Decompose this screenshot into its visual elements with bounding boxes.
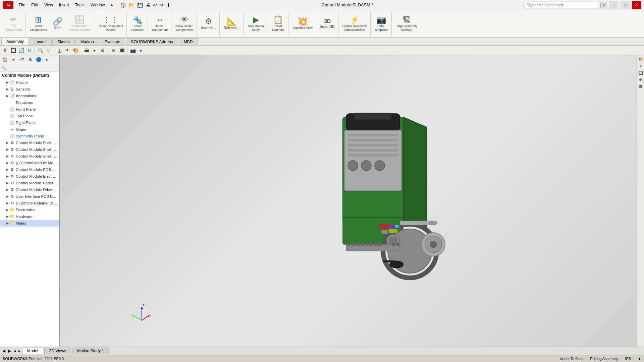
tree-arrow-motor[interactable]: ▶ — [5, 161, 9, 165]
tree-arrow-origin[interactable] — [5, 127, 9, 131]
search-box[interactable]: 🔍 — [525, 2, 598, 8]
view-rotate-icon[interactable]: ↻ — [25, 47, 33, 54]
close-button[interactable]: ✕ — [632, 1, 641, 9]
bottom-tab-3dviews[interactable]: 3D Views — [44, 348, 71, 354]
undo-icon[interactable]: ↩ — [153, 2, 157, 8]
tree-arrow-mates[interactable]: ▶ — [5, 221, 9, 225]
tab-evaluate[interactable]: Evaluate — [100, 38, 125, 45]
tab-addins[interactable]: SOLIDWORKS Add-Ins — [126, 38, 178, 45]
tree-arrow-hardware[interactable]: ▶ — [5, 215, 9, 219]
instant3d-button[interactable]: 3D Instant3D — [318, 12, 337, 35]
view-lighting-icon[interactable]: ▸ — [91, 47, 98, 54]
tree-arrow-annotations[interactable]: ▶ — [5, 94, 9, 98]
view-scene-icon[interactable]: 🏔 — [83, 47, 90, 54]
print-icon[interactable]: 🖨 — [146, 2, 150, 8]
tree-item-battery-bracket[interactable]: ▶⚙(-) Battery Retainer Bracket... — [0, 200, 59, 206]
tree-arrow-shell-bott[interactable]: ▶ — [5, 141, 9, 145]
home-icon[interactable]: 🏠 — [120, 2, 126, 8]
tree-arrow-sensors[interactable]: ▶ — [5, 87, 9, 91]
tree-item-motor[interactable]: ▶⚙(-) Control Module Motor H... — [0, 160, 59, 166]
mate-button[interactable]: 🔗 Mate — [49, 12, 66, 35]
tree-item-history[interactable]: ▶🕐History — [0, 79, 59, 86]
scroll-left-button[interactable]: ◀ — [1, 348, 6, 354]
menu-more[interactable]: ▸ — [108, 2, 116, 8]
rp-appearances-icon[interactable]: 🎨 — [638, 56, 644, 62]
tree-item-ui-pcb[interactable]: ▶⚙User Interface PCB Board A... — [0, 193, 59, 200]
nav-prev-button[interactable]: ◂ — [13, 348, 17, 354]
tab-assembly[interactable]: Assembly — [1, 38, 29, 45]
tree-item-origin[interactable]: ✛Origin — [0, 126, 59, 133]
tab-markup[interactable]: Markup — [75, 38, 99, 45]
tree-item-annotations[interactable]: ▶📝Annotations — [0, 93, 59, 99]
tree-item-top-plane[interactable]: ⬜Top Plane — [0, 113, 59, 119]
tree-arrow-pcb-cover[interactable]: ▶ — [5, 168, 9, 172]
tree-item-hardware[interactable]: ▶📁Hardware — [0, 213, 59, 220]
folder-icon[interactable]: 📂 — [129, 2, 135, 8]
tab-layout[interactable]: Layout — [30, 38, 52, 45]
component-preview-button[interactable]: 🪟 ComponentPreview Window — [66, 12, 93, 35]
new-motion-study-button[interactable]: ▶ New MotionStudy — [246, 12, 266, 35]
menu-file[interactable]: File — [16, 2, 28, 8]
move-component-button[interactable]: ↔ MoveComponent — [150, 12, 170, 35]
tree-featuremanager-icon[interactable]: 🏠 — [1, 56, 9, 63]
reference-button[interactable]: 📐 Referenc... — [222, 12, 242, 35]
minimize-button[interactable]: ─ — [609, 1, 619, 9]
view-extra-icon[interactable]: ▸ — [137, 47, 145, 54]
show-hidden-button[interactable]: 👁 Show HiddenComponents — [173, 12, 196, 35]
tree-item-shell-bott[interactable]: ▶⚙Control Module Shell, Bott... — [0, 139, 59, 146]
exploded-view-button[interactable]: 💥 Exploded View — [290, 12, 314, 35]
view-appearance-icon[interactable]: 🎨 — [72, 47, 79, 54]
tree-arrow-symmetry-plane[interactable] — [5, 134, 9, 138]
smart-fasteners-button[interactable]: 🔩 SmartFasteners — [129, 12, 146, 35]
view-section-icon[interactable]: 🔄 — [17, 47, 25, 54]
view-search-icon[interactable]: 🔍 — [37, 47, 44, 54]
rp-decals-icon[interactable]: 🔲 — [638, 70, 644, 76]
bottom-tab-model[interactable]: Model — [22, 348, 43, 354]
tree-arrow-shell-wire[interactable]: ▶ — [5, 154, 9, 158]
tree-item-pcb-cover[interactable]: ▶⚙Control Module PCB Cover... — [0, 166, 59, 173]
rp-custom-icon[interactable]: ⊕ — [638, 76, 644, 82]
view-grid-icon[interactable]: ⊞ — [110, 47, 117, 54]
tree-arrow-shell-top[interactable]: ▶ — [5, 147, 9, 152]
rp-scenes-icon[interactable]: ☀ — [638, 63, 644, 69]
rp-3d-icon[interactable]: ▦ — [638, 83, 644, 89]
tree-arrow-eject-butt[interactable]: ▶ — [5, 174, 9, 178]
tree-filter-bar[interactable] — [0, 64, 59, 72]
tree-item-electronics[interactable]: ▶📁Electronics — [0, 206, 59, 213]
tree-item-mates[interactable]: ▶📁Mates — [0, 220, 59, 227]
menu-insert[interactable]: Insert — [56, 2, 72, 8]
scroll-right-button[interactable]: ▶ — [7, 348, 12, 354]
menu-tools[interactable]: Tools — [72, 2, 87, 8]
view-perspective-icon[interactable]: 🔲 — [9, 47, 17, 54]
redo-icon[interactable]: ↪ — [160, 2, 164, 8]
tree-item-symmetry-plane[interactable]: ⬜Symmetry Plane — [0, 133, 59, 139]
tree-arrow-right-plane[interactable] — [5, 121, 9, 125]
tree-item-battery-door[interactable]: ▶⚙Control Module Battery Do... — [0, 180, 59, 186]
tree-config-icon[interactable]: 🔵 — [35, 56, 42, 63]
large-assembly-button[interactable]: 🏗 Large AssemblySettings — [394, 12, 419, 35]
view-bg-icon[interactable]: 🔳 — [118, 47, 125, 54]
tree-arrow-ui-pcb[interactable]: ▶ — [5, 194, 9, 198]
insert-components-button[interactable]: ⊞ InsertComponents — [28, 12, 49, 35]
view-filter-icon[interactable]: ▽ — [45, 47, 52, 54]
tree-item-eject-butt[interactable]: ▶⚙Control Module Eject Butto... — [0, 173, 59, 180]
tree-list-icon[interactable]: ≡ — [10, 56, 17, 63]
search-input[interactable] — [532, 3, 592, 7]
menu-edit[interactable]: Edit — [29, 2, 41, 8]
tree-item-drive-asse[interactable]: ▶⚙Control Module Drive Asse... — [0, 186, 59, 193]
tree-arrow-battery-door[interactable]: ▶ — [5, 181, 9, 185]
tree-item-sensors[interactable]: ▶📡Sensors — [0, 86, 59, 93]
edit-component-button[interactable]: ✏ EditComponent — [3, 12, 24, 35]
tree-view-icon[interactable]: ⊕ — [26, 56, 34, 63]
tree-arrow-electronics[interactable]: ▶ — [5, 208, 9, 212]
bom-button[interactable]: 📋 Bill ofMaterials — [269, 12, 287, 35]
nav-next-button[interactable]: ▸ — [17, 348, 21, 354]
tree-item-front-plane[interactable]: ⬜Front Plane — [0, 106, 59, 113]
maximize-button[interactable]: □ — [621, 1, 630, 9]
cursor-icon[interactable]: ⬆ — [166, 2, 170, 8]
menu-window[interactable]: Window — [88, 2, 108, 8]
save-icon[interactable]: 💾 — [137, 2, 143, 8]
tree-arrow-drive-asse[interactable]: ▶ — [5, 188, 9, 192]
tab-mbd[interactable]: MBD — [179, 38, 198, 45]
tree-item-shell-top[interactable]: ▶⚙Control Module Shell, Top-... — [0, 146, 59, 153]
